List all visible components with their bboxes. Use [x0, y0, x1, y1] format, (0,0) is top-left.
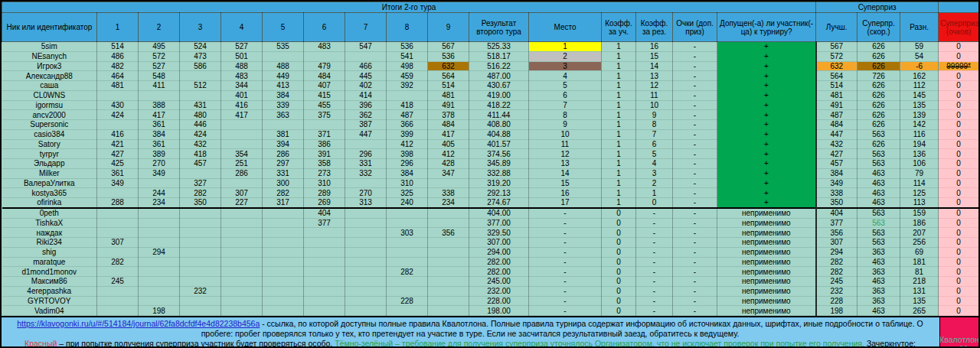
- extra-points-cell: -: [673, 198, 717, 208]
- col-header-best: Лучш.: [816, 13, 858, 42]
- col-header-round-3: 3: [180, 13, 221, 42]
- best-speed-cell: 307: [816, 238, 858, 248]
- round-1-score-cell: [97, 306, 139, 316]
- place-cell: -: [529, 208, 602, 218]
- superprize-points-cell: 0: [939, 306, 979, 316]
- extra-points-cell: -: [673, 178, 717, 188]
- rules-link[interactable]: https://klavogonki.ru/u/#/514184/journal…: [17, 319, 260, 328]
- round-6-score-cell: 415: [304, 90, 345, 100]
- admitted-cell: неприменимо: [717, 238, 816, 248]
- superprize-speed-cell: 626: [858, 120, 900, 130]
- col-header-diff: Разн.: [900, 13, 939, 42]
- result-cell: 419.00: [469, 90, 529, 100]
- round-3-score-cell: [180, 306, 221, 316]
- extra-points-cell: -: [673, 277, 717, 287]
- result-cell: 332.88: [469, 168, 529, 178]
- round-7-score-cell: 331: [345, 159, 387, 169]
- round-5-score-cell: [263, 277, 304, 287]
- round-1-score-cell: 486: [97, 51, 139, 61]
- round-3-score-cell: [180, 168, 221, 178]
- round-1-score-cell: [97, 208, 139, 218]
- round-2-score-cell: [139, 178, 180, 188]
- round-7-score-cell: 332: [345, 168, 387, 178]
- round-4-score-cell: 227: [221, 198, 263, 208]
- round-4-score-cell: [221, 267, 263, 277]
- round-6-score-cell: [304, 267, 345, 277]
- round-1-score-cell: [97, 90, 139, 100]
- round-7-score-cell: 313: [345, 198, 387, 208]
- round-7-score-cell: 445: [345, 71, 387, 81]
- round-5-score-cell: 286: [263, 149, 304, 159]
- superprize-points-cell: 0: [939, 159, 979, 169]
- superprize-points-cell: 0: [939, 120, 979, 130]
- round-9-score-cell: 484: [428, 120, 469, 130]
- group-header-superprize: Суперприз: [816, 2, 939, 13]
- coeff-participation-cell: 1: [602, 198, 636, 208]
- round-6-score-cell: 479: [304, 61, 345, 71]
- col-header-round-5: 5: [263, 13, 304, 42]
- round-3-score-cell: [180, 208, 221, 218]
- superprize-speed-cell: 563: [858, 159, 900, 169]
- col-header-round-2: 2: [139, 13, 180, 42]
- player-name-cell: GYRTOVOY: [2, 296, 97, 306]
- place-cell: 16: [529, 188, 602, 198]
- round-4-score-cell: [221, 238, 263, 248]
- round-5-score-cell: [263, 247, 304, 257]
- result-cell: 319.20: [469, 178, 529, 188]
- legend-green-text: Тёмно-зелёный – требование для получения…: [335, 339, 864, 348]
- player-row: Riki234307307.00-0--неприменимо307563256…: [2, 238, 979, 248]
- result-cell: 198.00: [469, 306, 529, 316]
- superprize-speed-cell: 363: [858, 296, 900, 306]
- best-speed-cell: 484: [816, 120, 858, 130]
- round-8-score-cell: 366: [387, 120, 428, 130]
- place-cell: 14: [529, 168, 602, 178]
- extra-points-cell: -: [673, 208, 717, 218]
- coeff-participation-cell: 1: [602, 168, 636, 178]
- round-4-score-cell: [221, 286, 263, 296]
- round-2-score-cell: 389: [139, 149, 180, 159]
- superprize-points-cell: 0: [939, 81, 979, 91]
- round-8-score-cell: [387, 238, 428, 248]
- round-4-score-cell: 251: [221, 159, 263, 169]
- round-2-score-cell: 361: [139, 120, 180, 130]
- result-cell: 228.00: [469, 296, 529, 306]
- round-9-score-cell: [428, 208, 469, 218]
- player-row: igormsu430388431416339455396418491418.22…: [2, 100, 979, 110]
- round-1-score-cell: 424: [97, 110, 139, 120]
- place-cell: -: [529, 286, 602, 296]
- round-5-score-cell: 339: [263, 100, 304, 110]
- diff-cell: 218: [900, 277, 939, 287]
- round-4-score-cell: [221, 247, 263, 257]
- round-2-score-cell: 417: [139, 110, 180, 120]
- round-8-score-cell: 412: [387, 139, 428, 149]
- superprize-speed-cell: 463: [858, 168, 900, 178]
- diff-cell: 69: [900, 247, 939, 257]
- player-row: CL0WNS401384415414481419.006111-+4816261…: [2, 90, 979, 100]
- round-1-score-cell: [97, 286, 139, 296]
- round-8-score-cell: 310: [387, 178, 428, 188]
- diff-cell: 113: [900, 198, 939, 208]
- player-name-cell: CL0WNS: [2, 90, 97, 100]
- diff-cell: 54: [900, 51, 939, 61]
- round-5-score-cell: 331: [263, 168, 304, 178]
- player-row: TishkaX377377.00-0--неприменимо377563186…: [2, 218, 979, 228]
- round-8-score-cell: 536: [387, 42, 428, 52]
- superprize-speed-cell: 463: [858, 178, 900, 188]
- best-speed-cell: 198: [816, 306, 858, 316]
- superprize-points-cell: 0: [939, 129, 979, 139]
- round-5-score-cell: [263, 267, 304, 277]
- admitted-cell: +: [717, 159, 816, 169]
- round-9-score-cell: [428, 247, 469, 257]
- result-cell: 430.67: [469, 81, 529, 91]
- place-cell: -: [529, 267, 602, 277]
- round-7-score-cell: [345, 257, 387, 267]
- round-9-score-cell: 536: [428, 51, 469, 61]
- extra-points-cell: -: [673, 42, 717, 52]
- diff-cell: 194: [900, 139, 939, 149]
- round-6-score-cell: 358: [304, 159, 345, 169]
- extra-points-cell: -: [673, 120, 717, 130]
- tournament-badge: Квалотлон №82: [939, 317, 978, 348]
- best-speed-cell: 481: [816, 90, 858, 100]
- round-5-score-cell: [263, 208, 304, 218]
- round-8-score-cell: [387, 218, 428, 228]
